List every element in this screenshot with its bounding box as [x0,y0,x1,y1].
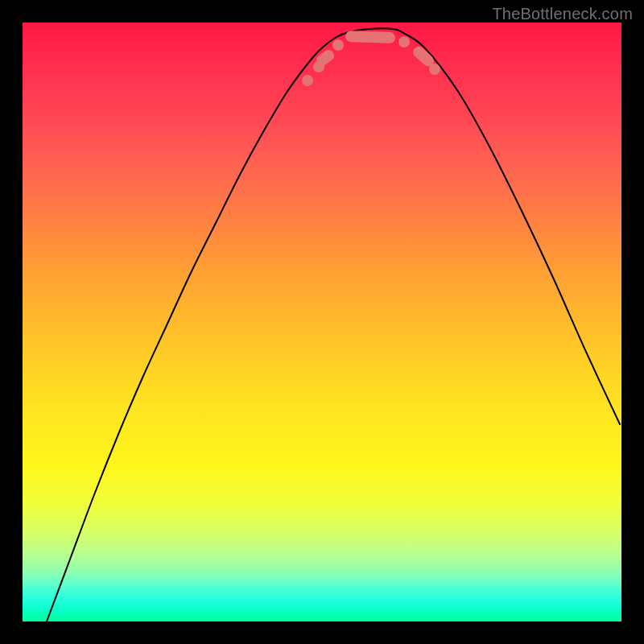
watermark-text: TheBottleneck.com [492,5,633,23]
marker-layer [302,31,440,86]
bottleneck-curve-svg [23,23,621,621]
chart-frame: TheBottleneck.com [0,0,644,644]
curve-marker-7 [429,64,440,75]
curve-marker-3 [332,39,344,51]
curve-marker-5 [398,36,410,47]
bottleneck-curve-path [47,28,620,621]
curve-marker-4 [345,31,395,43]
curve-marker-0 [302,75,313,86]
